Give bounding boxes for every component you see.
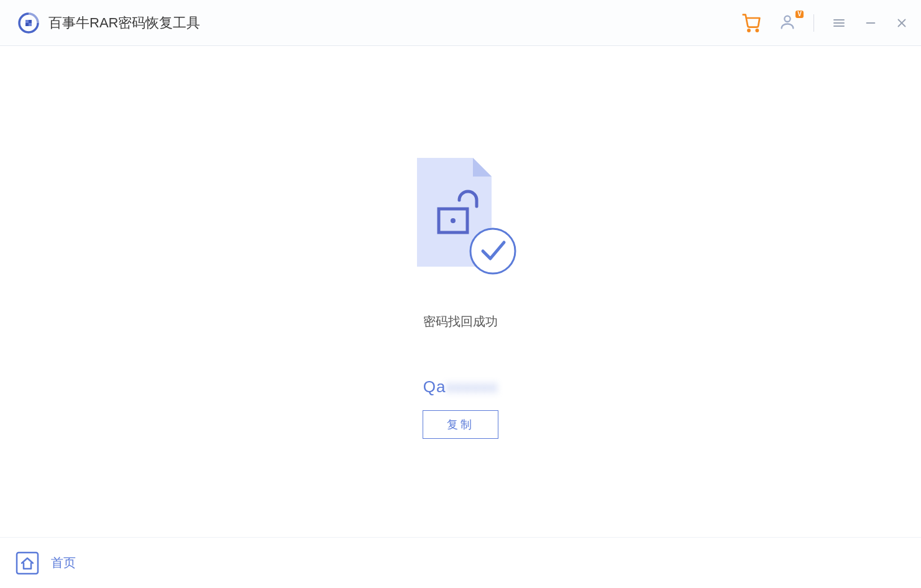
file-unlocked-illustration: [405, 158, 516, 276]
footer: 首页: [0, 537, 921, 588]
titlebar-left: 百事牛RAR密码恢复工具: [17, 12, 200, 34]
close-icon[interactable]: [895, 16, 909, 30]
password-visible-part: Qa: [423, 377, 446, 396]
status-message: 密码找回成功: [423, 313, 498, 330]
svg-point-5: [756, 29, 758, 31]
svg-rect-2: [25, 20, 29, 23]
checkmark-circle-icon: [470, 229, 515, 273]
svg-rect-3: [29, 23, 32, 26]
copy-button[interactable]: 复制: [423, 410, 498, 439]
svg-point-6: [784, 16, 790, 21]
app-logo-icon: [17, 12, 40, 34]
shopping-cart-icon[interactable]: [741, 13, 761, 33]
menu-icon[interactable]: [832, 16, 846, 30]
divider: [813, 14, 814, 32]
vip-badge: V: [795, 11, 804, 18]
svg-point-15: [470, 229, 515, 273]
titlebar-right: V: [741, 13, 909, 33]
svg-point-14: [451, 218, 456, 223]
svg-rect-16: [17, 553, 38, 574]
recovered-password: Qaxxxxxx: [423, 377, 498, 397]
user-account-button[interactable]: V: [779, 13, 796, 33]
app-title: 百事牛RAR密码恢复工具: [48, 14, 200, 32]
titlebar: 百事牛RAR密码恢复工具 V: [0, 0, 921, 46]
main-content: 密码找回成功 Qaxxxxxx 复制: [0, 46, 921, 537]
password-obscured-part: xxxxxx: [446, 377, 498, 396]
home-link[interactable]: 首页: [51, 554, 76, 571]
minimize-icon[interactable]: [864, 16, 877, 30]
home-icon[interactable]: [15, 551, 40, 576]
svg-point-4: [748, 29, 749, 31]
